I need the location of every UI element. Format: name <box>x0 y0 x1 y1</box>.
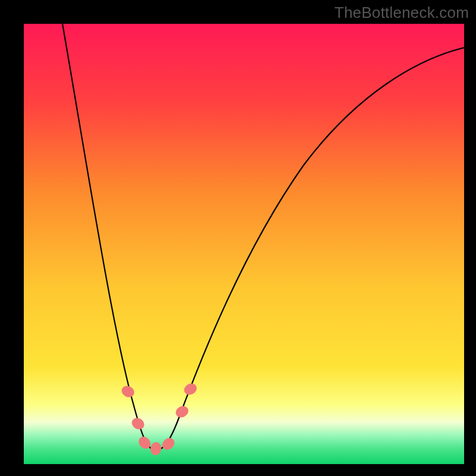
chart-svg <box>24 24 464 464</box>
gradient-background <box>24 24 464 464</box>
watermark-text: TheBottleneck.com <box>334 4 469 22</box>
chart-frame: TheBottleneck.com <box>0 0 476 476</box>
plot-area <box>24 24 464 464</box>
